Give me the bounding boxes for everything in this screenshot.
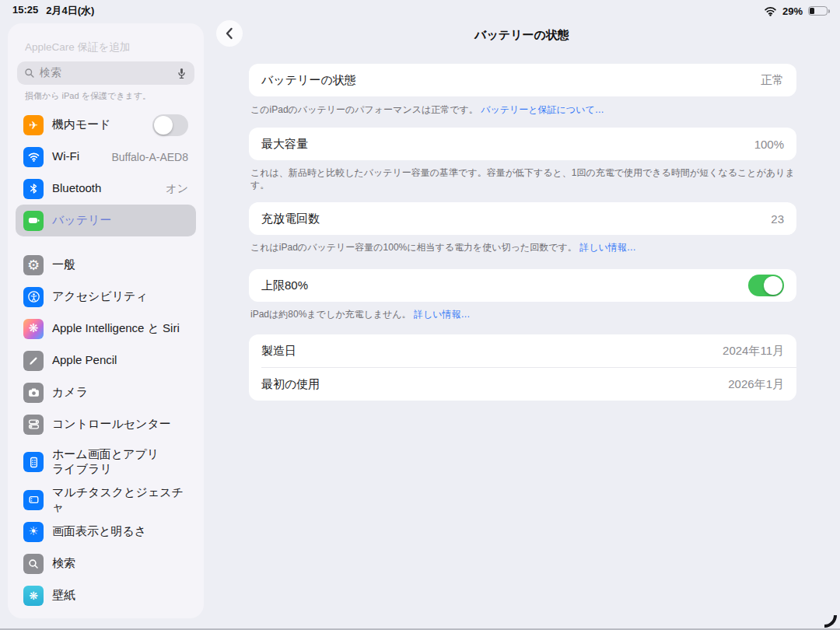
sidebar-item-bluetooth[interactable]: Bluetooth オン: [16, 173, 196, 205]
bluetooth-icon: [23, 179, 44, 199]
cycle-count-card: 充放電回数 23: [249, 202, 796, 235]
battery-warranty-link[interactable]: バッテリーと保証について…: [481, 104, 604, 115]
sidebar-item-wallpaper[interactable]: ❋ 壁紙: [16, 579, 196, 611]
charge-limit-card: 上限80%: [249, 269, 796, 302]
applecare-banner[interactable]: AppleCare 保証を追加: [25, 40, 204, 54]
sidebar-item-battery[interactable]: バッテリー: [16, 205, 196, 236]
gear-icon: ⚙: [23, 255, 44, 275]
battery-health-footer: このiPadのバッテリーのパフォーマンスは正常です。 バッテリーと保証について…: [249, 103, 796, 116]
sidebar-item-multitasking[interactable]: マルチタスクとジェスチャ: [16, 484, 196, 516]
status-date: 2月4日(水): [46, 4, 94, 18]
sidebar-item-apple-intelligence-siri[interactable]: ❋ Apple Intelligence と Siri: [16, 313, 196, 345]
multitasking-icon: [23, 490, 44, 510]
settings-sidebar: AppleCare 保証を追加 検索 損傷から iPad を保護できます。 ✈ …: [8, 23, 204, 618]
sidebar-item-airplane-mode[interactable]: ✈ 機内モード: [16, 109, 196, 141]
control-center-icon: [23, 415, 44, 435]
max-capacity-footer: これは、新品時と比較したバッテリー容量の基準です。容量が低下すると、1回の充電で…: [249, 166, 796, 191]
sidebar-item-display-brightness[interactable]: ☀ 画面表示と明るさ: [16, 516, 196, 548]
wifi-app-icon: [23, 147, 44, 167]
first-use-row: 最初の使用 2026年1月: [249, 368, 796, 401]
bluetooth-state: オン: [166, 182, 188, 196]
accessibility-icon: [23, 287, 44, 307]
sidebar-item-general[interactable]: ⚙ 一般: [16, 249, 196, 281]
search-caption: 損傷から iPad を保護できます。: [25, 90, 204, 102]
max-capacity-value: 100%: [754, 138, 784, 151]
sidebar-item-control-center[interactable]: コントロールセンター: [16, 408, 196, 440]
sidebar-item-camera[interactable]: カメラ: [16, 376, 196, 408]
battery-app-icon: [23, 211, 44, 231]
battery-health-value: 正常: [761, 73, 784, 88]
battery-health-panel: バッテリーの状態 正常 このiPadのバッテリーのパフォーマンスは正常です。 バ…: [249, 0, 796, 401]
charge-limit-toggle[interactable]: [748, 275, 784, 296]
airplane-mode-toggle[interactable]: [152, 114, 188, 136]
cycle-count-learn-more-link[interactable]: 詳しい情報…: [579, 242, 636, 253]
status-time: 15:25: [12, 4, 38, 18]
apple-intelligence-icon: ❋: [23, 319, 44, 339]
apple-pencil-icon: [23, 351, 44, 371]
charge-limit-footer: iPadは約80%までしか充電しません。 詳しい情報…: [249, 308, 796, 320]
wallpaper-icon: ❋: [23, 586, 44, 606]
max-capacity-row: 最大容量 100%: [249, 128, 796, 160]
dates-card: 製造日 2024年11月 最初の使用 2026年1月: [249, 334, 796, 401]
cycle-count-row: 充放電回数 23: [249, 202, 796, 235]
battery-health-row: バッテリーの状態 正常: [249, 64, 796, 96]
search-app-icon: [23, 554, 44, 574]
sidebar-item-notifications[interactable]: 通知: [16, 618, 196, 618]
wifi-network-name: Buffalo-A-AED8: [111, 151, 188, 163]
sidebar-item-apple-pencil[interactable]: Apple Pencil: [16, 345, 196, 376]
search-input[interactable]: 検索: [17, 61, 194, 85]
battery-status-icon: [808, 6, 828, 16]
charge-limit-learn-more-link[interactable]: 詳しい情報…: [414, 309, 471, 320]
sidebar-item-wifi[interactable]: Wi-Fi Buffalo-A-AED8: [16, 141, 196, 173]
airplane-icon: ✈: [23, 115, 44, 135]
home-screen-icon: [23, 452, 44, 472]
search-placeholder: 検索: [40, 66, 61, 80]
manufacture-date-row: 製造日 2024年11月: [249, 334, 796, 367]
sun-icon: ☀: [23, 522, 44, 542]
search-icon: [24, 68, 35, 79]
sidebar-item-accessibility[interactable]: アクセシビリティ: [16, 281, 196, 313]
cycle-count-value: 23: [771, 212, 784, 226]
charge-limit-row: 上限80%: [249, 269, 796, 302]
manufacture-date-value: 2024年11月: [723, 344, 784, 359]
max-capacity-card: 最大容量 100%: [249, 128, 796, 160]
camera-icon: [23, 383, 44, 403]
battery-health-card: バッテリーの状態 正常: [249, 64, 796, 96]
sidebar-item-search[interactable]: 検索: [16, 548, 196, 579]
sidebar-item-home-screen[interactable]: ホーム画面とアプリライブラリ: [16, 440, 196, 484]
pointer-artifact: [824, 615, 837, 628]
mic-icon[interactable]: [176, 67, 187, 80]
first-use-value: 2026年1月: [728, 377, 784, 392]
cycle-count-footer: これはiPadのバッテリー容量の100%に相当する電力を使い切った回数です。 詳…: [249, 241, 796, 254]
